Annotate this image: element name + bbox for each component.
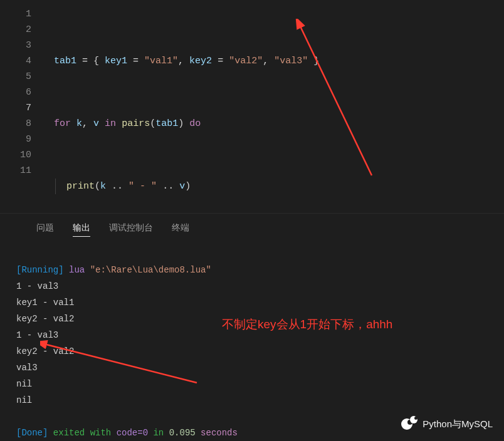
watermark: Python与MySQL — [401, 416, 493, 432]
annotation-text: 不制定key会从1开始下标，ahhh — [222, 316, 392, 333]
code-line[interactable]: print(k .. " - " .. v) — [54, 179, 504, 194]
tab-problems[interactable]: 问题 — [36, 222, 54, 237]
code-editor[interactable]: 123456 7891011 tab1 = { key1 = "val1", k… — [0, 0, 504, 213]
output-line: key2 - val2 — [16, 346, 74, 356]
done-tag: [Done] — [16, 428, 48, 438]
tab-debug-console[interactable]: 调试控制台 — [109, 222, 153, 237]
output-line: nil — [16, 395, 32, 405]
identifier: tab1 — [54, 56, 76, 66]
output-line: nil — [16, 379, 32, 389]
output-panel: 问题 输出 调试控制台 终端 [Running] lua "e:\Rare\Lu… — [0, 213, 504, 441]
output-line: key1 - val1 — [16, 298, 74, 308]
line-gutter: 123456 7891011 — [0, 0, 43, 185]
output-line: val3 — [16, 363, 38, 373]
code-line[interactable]: for k, v in pairs(tab1) do — [54, 116, 504, 132]
output-line: key2 - val2 — [16, 314, 74, 324]
output-content[interactable]: [Running] lua "e:\Rare\Lua\demo8.lua" 1 … — [0, 246, 504, 441]
watermark-text: Python与MySQL — [423, 418, 493, 430]
tab-output[interactable]: 输出 — [73, 222, 90, 237]
wechat-icon — [401, 416, 417, 432]
running-tag: [Running] — [16, 265, 64, 275]
output-line: 1 - val3 — [16, 330, 58, 340]
output-line: 1 - val3 — [16, 281, 58, 291]
code-line[interactable]: tab1 = { key1 = "val1", key2 = "val2", "… — [54, 53, 504, 69]
tab-terminal[interactable]: 终端 — [172, 222, 189, 237]
panel-tabs: 问题 输出 调试控制台 终端 — [0, 214, 504, 246]
